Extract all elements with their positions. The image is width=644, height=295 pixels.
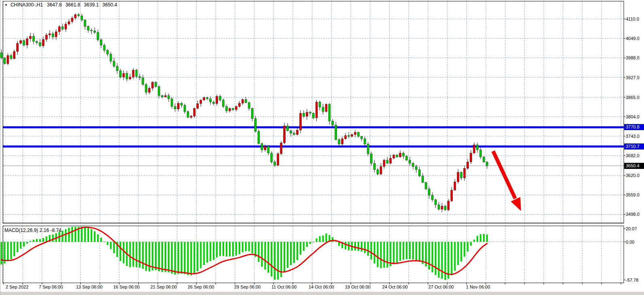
time-tick-label[interactable]: 13 Sep 06:00 xyxy=(76,284,102,289)
time-tick-label[interactable]: 16 Sep 06:00 xyxy=(113,284,140,289)
price-tick-label[interactable]: 4049.0 xyxy=(626,36,644,41)
price-level-badge: 3770.8 xyxy=(624,124,644,130)
time-tick-label[interactable]: 11 Oct 06:00 xyxy=(271,284,297,289)
macd-signal-line xyxy=(2,227,487,274)
grid-layer xyxy=(3,1,624,283)
panel-borders xyxy=(3,1,624,283)
price-tick-label[interactable]: 3498.0 xyxy=(626,211,644,217)
candlestick-series xyxy=(0,13,488,212)
time-tick-label[interactable]: 1 Nov 06:00 xyxy=(466,284,490,289)
price-tick-label[interactable]: 3927.0 xyxy=(626,75,644,80)
price-tick-label[interactable]: 3559.0 xyxy=(626,192,644,198)
price-tick-label[interactable]: 3865.0 xyxy=(626,95,644,100)
price-tick-label[interactable]: 3682.0 xyxy=(626,153,644,158)
macd-indicator-label: MACD(12,26,9) 2.16 -8.74 xyxy=(4,228,61,233)
ohlc-high-value: 3661.8 xyxy=(66,2,80,8)
window-bottom-edge xyxy=(0,292,644,295)
symbol-dropdown-icon[interactable]: ▼ xyxy=(4,3,8,7)
time-tick-label[interactable]: 14 Oct 06:00 xyxy=(309,284,334,289)
time-tick-label[interactable]: 26 Sep 06:00 xyxy=(188,284,214,289)
ohlc-close-value: 3650.4 xyxy=(102,2,117,8)
trend-arrow-annotation xyxy=(493,151,521,211)
ohlc-low-value: 3639.1 xyxy=(84,2,99,8)
time-tick-label[interactable]: 21 Sep 06:00 xyxy=(150,284,177,289)
price-tick-label[interactable]: 3804.0 xyxy=(626,114,644,120)
time-tick-label[interactable]: 19 Oct 06:00 xyxy=(345,284,371,289)
current-price-badge: 3650.4 xyxy=(624,163,644,169)
macd-signal-value: -8.74 xyxy=(50,228,61,233)
price-level-lines[interactable] xyxy=(3,127,624,146)
macd-tick-label[interactable]: -57.78 xyxy=(626,277,644,283)
chart-header: ▼ CHINA300-,H1 3647.8 3661.8 3639.1 3650… xyxy=(4,2,121,8)
symbol-period-label: CHINA300-,H1 xyxy=(11,2,43,8)
macd-main-value: 2.16 xyxy=(40,228,49,233)
price-level-badge: 3710.7 xyxy=(624,143,644,150)
price-tick-label[interactable]: 3743.0 xyxy=(626,133,644,139)
macd-tick-label[interactable]: 0.00 xyxy=(626,239,644,245)
macd-name: MACD(12,26,9) xyxy=(4,228,38,233)
axis-ticks xyxy=(4,19,626,284)
time-tick-label[interactable]: 29 Sep 06:00 xyxy=(234,284,261,289)
time-tick-label[interactable]: 24 Oct 06:00 xyxy=(382,284,408,289)
time-tick-label[interactable]: 2 Sep 2022 xyxy=(6,284,28,289)
price-tick-label[interactable]: 3620.0 xyxy=(626,173,644,178)
trading-chart-window: ▼ CHINA300-,H1 3647.8 3661.8 3639.1 3650… xyxy=(0,0,644,295)
time-tick-label[interactable]: 27 Oct 06:00 xyxy=(428,284,454,289)
chart-canvas[interactable] xyxy=(0,0,644,295)
macd-tick-label[interactable]: 20.07 xyxy=(626,226,644,232)
ohlc-open-value: 3647.8 xyxy=(47,2,62,8)
price-tick-label[interactable]: 4110.0 xyxy=(626,16,644,22)
macd-histogram xyxy=(1,227,488,280)
time-tick-label[interactable]: 7 Sep 06:00 xyxy=(39,284,63,289)
price-tick-label[interactable]: 3988.0 xyxy=(626,55,644,61)
